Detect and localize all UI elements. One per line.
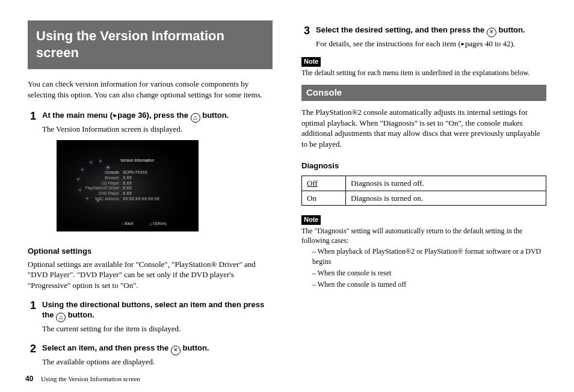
console-section-heading: Console: [301, 85, 546, 101]
text: page 36), press the: [116, 111, 191, 120]
diag-val: Diagnosis is turned on.: [346, 191, 546, 206]
text: button.: [181, 343, 209, 352]
row-value: XX:XX:XX:XX:XX:XX: [123, 197, 159, 202]
step-number: 1: [28, 111, 36, 121]
footer-title: Using the Version Information screen: [41, 375, 140, 382]
row-label: PlayStation® Driver: [81, 186, 119, 191]
screenshot-title: Version Information: [120, 158, 154, 164]
cross-button-icon: ✕: [171, 346, 181, 355]
note-text: The default setting for each menu item i…: [301, 68, 546, 78]
row-value: SCPH-7XXXX: [123, 170, 147, 176]
list-item: When the console is turned off: [312, 280, 546, 289]
list-item: When playback of PlayStation®2 or PlaySt…: [312, 247, 546, 266]
text: Select an item, and then press the: [42, 343, 171, 352]
sub-step-2: 2 Select an item, and then press the ✕ b…: [28, 343, 273, 373]
cross-button-icon: ✕: [487, 28, 496, 37]
table-row: On Diagnosis is turned on.: [302, 191, 546, 206]
diag-val: Diagnosis is turned off.: [346, 176, 546, 191]
row-label: CD Player: [81, 181, 119, 186]
optional-settings-body: Optional settings are available for "Con…: [28, 259, 273, 291]
table-row: Off Diagnosis is turned off.: [302, 176, 546, 191]
step-heading: At the main menu (··▸ page 36), press th…: [42, 111, 273, 123]
step-description: The available options are displayed.: [42, 357, 273, 367]
page-footer: 40 Using the Version Information screen: [25, 374, 140, 384]
list-item: When the console is reset: [312, 268, 546, 278]
step-number: 3: [301, 25, 310, 36]
step-heading: Select the desired setting, and then pre…: [316, 25, 546, 37]
right-column: 3 Select the desired setting, and then p…: [301, 18, 546, 392]
step-description: The current setting for the item is disp…: [42, 323, 273, 334]
screenshot-rows: ConsoleSCPH-7XXXX BrowserX.XX CD PlayerX…: [81, 170, 159, 202]
optional-settings-heading: Optional settings: [28, 246, 273, 257]
row-value: X.XX: [123, 191, 132, 197]
page-number: 40: [25, 375, 33, 383]
left-column: Using the Version Information screen You…: [28, 18, 273, 392]
text: For details, see the instructions for ea…: [316, 39, 461, 48]
row-label: Browser: [81, 176, 119, 181]
row-label: DVD Player: [81, 191, 119, 197]
console-body: The PlayStation®2 console automatically …: [301, 107, 546, 149]
note-text: The "Diagnosis" setting will automatical…: [301, 226, 546, 245]
diag-key-on: On: [302, 191, 346, 206]
screenshot-footer: ○ Back △ Options: [122, 221, 167, 227]
diagnosis-table: Off Diagnosis is turned off. On Diagnosi…: [301, 176, 546, 206]
sub-step-3: 3 Select the desired setting, and then p…: [301, 25, 546, 55]
step-description: For details, see the instructions for ea…: [316, 38, 546, 49]
text: button.: [66, 310, 94, 319]
text: At the main menu (: [42, 111, 113, 120]
row-value: X.XX: [123, 186, 132, 191]
triangle-button-icon: △: [191, 113, 200, 123]
row-label: Console: [81, 170, 119, 176]
row-value: X.XX: [123, 176, 132, 181]
step-number: 2: [28, 343, 36, 354]
main-step-1: 1 At the main menu (··▸ page 36), press …: [28, 111, 273, 241]
note-label: Note: [301, 57, 321, 67]
step-description: The Version Information screen is displa…: [42, 124, 273, 135]
step-heading: Using the directional buttons, select an…: [42, 300, 273, 322]
text: button.: [496, 25, 525, 34]
diag-key-off: Off: [307, 179, 318, 188]
row-value: X.XX: [123, 181, 132, 186]
note-cases-list: When playback of PlayStation®2 or PlaySt…: [301, 247, 546, 289]
text: Select the desired setting, and then pre…: [316, 25, 487, 34]
intro-text: You can check version information for va…: [28, 79, 273, 100]
page-title: Using the Version Information screen: [28, 20, 273, 69]
sub-step-1: 1 Using the directional buttons, select …: [28, 300, 273, 340]
triangle-button-icon: △: [56, 313, 66, 322]
step-heading: Select an item, and then press the ✕ but…: [42, 343, 273, 355]
diagnosis-heading: Diagnosis: [301, 161, 546, 171]
step-number: 1: [28, 300, 36, 311]
options-label: Options: [153, 221, 166, 225]
note-label: Note: [301, 215, 321, 225]
text: pages 40 to 42).: [463, 39, 515, 48]
text: button.: [200, 111, 229, 120]
back-label: Back: [125, 221, 133, 225]
version-info-screenshot: Version Information ConsoleSCPH-7XXXX Br…: [57, 140, 199, 231]
